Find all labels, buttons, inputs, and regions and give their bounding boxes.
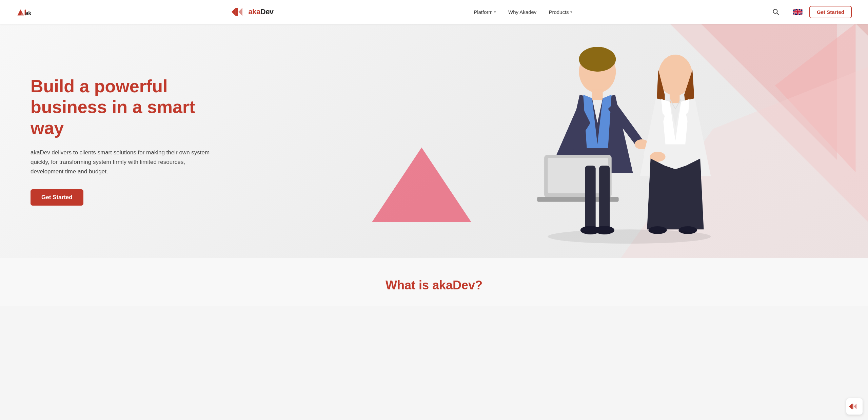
products-chevron-icon: ▾ — [570, 10, 572, 14]
nav-divider — [786, 7, 786, 17]
search-icon — [772, 8, 779, 15]
svg-rect-25 — [599, 166, 610, 229]
hero-visual — [391, 24, 868, 258]
language-selector[interactable] — [793, 9, 803, 15]
nav-links: Platform ▾ Why Akadev Products ▾ — [474, 9, 572, 15]
hero-section: Build a powerful business in a smart way… — [0, 0, 868, 258]
platform-chevron-icon: ▾ — [494, 10, 496, 14]
logo-svg-icon — [232, 6, 247, 17]
nav-products[interactable]: Products ▾ — [549, 9, 572, 15]
svg-rect-24 — [585, 166, 595, 229]
people-illustration-svg — [391, 24, 868, 258]
nav-platform[interactable]: Platform ▾ — [474, 9, 496, 15]
logo-text: akaDev — [249, 7, 274, 16]
svg-rect-19 — [592, 89, 603, 100]
svg-rect-22 — [548, 158, 608, 193]
logo-link[interactable]: akaDev — [16, 7, 31, 17]
logo-text-colored: aka — [249, 7, 260, 16]
hero-get-started-button[interactable]: Get Started — [31, 189, 83, 206]
svg-rect-6 — [236, 8, 238, 16]
logo-icon: akaDev — [16, 7, 31, 17]
svg-marker-7 — [238, 8, 242, 16]
navbar: akaDev akaDev Platform ▾ Why Akadev Prod… — [0, 0, 868, 24]
svg-marker-34 — [849, 404, 852, 409]
hero-description: akaDev delivers to clients smart solutio… — [31, 148, 210, 176]
hero-title: Build a powerful business in a smart way — [31, 76, 210, 138]
nav-actions: Get Started — [772, 6, 852, 18]
svg-rect-35 — [852, 404, 853, 409]
uk-flag-icon — [793, 9, 803, 15]
svg-marker-5 — [232, 8, 236, 16]
svg-text:akaDev: akaDev — [25, 10, 31, 16]
section-what-title: What is akaDev? — [14, 278, 854, 292]
svg-point-33 — [548, 229, 711, 244]
nav-why-akadev[interactable]: Why Akadev — [508, 9, 536, 15]
svg-line-9 — [777, 13, 778, 15]
watermark-badge — [846, 398, 863, 415]
svg-point-18 — [579, 47, 616, 72]
section-what-is-akadev: What is akaDev? — [0, 258, 868, 306]
search-button[interactable] — [772, 8, 779, 15]
hero-content: Build a powerful business in a smart way… — [0, 49, 237, 233]
svg-marker-36 — [854, 404, 856, 409]
watermark-logo-icon — [849, 403, 860, 410]
logo-container[interactable]: akaDev — [232, 6, 274, 17]
nav-get-started-button[interactable]: Get Started — [809, 6, 852, 18]
